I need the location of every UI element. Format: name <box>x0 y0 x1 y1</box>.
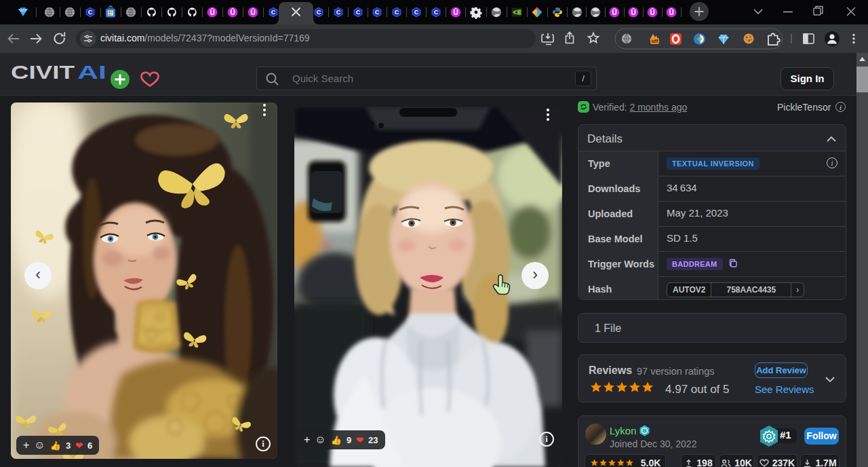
svg-text:AI: AI <box>77 62 106 83</box>
svg-text:CIVIT: CIVIT <box>11 62 75 83</box>
svg-text:off: off <box>652 38 658 44</box>
